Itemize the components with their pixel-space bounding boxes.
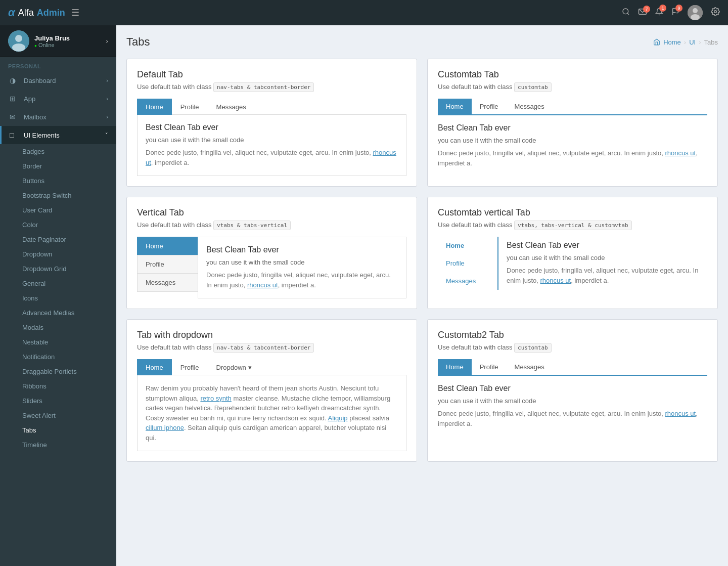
sidebar-sub-advanced-medias[interactable]: Advanced Medias (0, 306, 116, 320)
sidebar-sub-dropdown-grid[interactable]: Dropdown Grid (0, 262, 116, 276)
customtab2-messages-btn[interactable]: Messages (507, 359, 553, 375)
ui-elements-icon: □ (10, 131, 20, 139)
tab-dropdown-class-badge: nav-tabs & tabcontent-border (213, 343, 314, 353)
dropdown-link-retro[interactable]: retro synth (200, 395, 231, 402)
sidebar-sub-icons[interactable]: Icons (0, 291, 116, 306)
main-container: Juliya Brus ● Online › PERSONAL ◑ Dashbo… (0, 25, 728, 566)
sidebar-sub-buttons[interactable]: Buttons (0, 173, 116, 188)
tab-home-btn[interactable]: Home (137, 99, 172, 115)
chevron-right-icon: › (106, 96, 108, 102)
sidebar-sub-draggable-portlets[interactable]: Draggable Portlets (0, 364, 116, 379)
customtab2-card: Customtab2 Tab Use default tab with clas… (427, 319, 718, 462)
customtab2-profile-btn[interactable]: Profile (472, 359, 507, 375)
sidebar-sub-nestable[interactable]: Nestable (0, 335, 116, 350)
customtab-messages-btn[interactable]: Messages (507, 99, 553, 114)
sidebar-sub-sliders[interactable]: Sliders (0, 394, 116, 408)
dropdown-link-aliquip[interactable]: Aliquip (328, 414, 348, 422)
vtab-home-btn[interactable]: Home (137, 237, 198, 255)
sidebar-item-mailbox[interactable]: ✉ Mailbox › (0, 108, 116, 126)
breadcrumb-ui[interactable]: UI (689, 38, 696, 46)
brand-alpha: α (8, 6, 15, 19)
envelope-icon[interactable]: 7 (638, 8, 647, 17)
cvtab-home-btn[interactable]: Home (438, 237, 497, 254)
tab-dropdown-nav: Home Profile Dropdown ▾ (137, 359, 406, 375)
sidebar-sub-border[interactable]: Border (0, 159, 116, 173)
customtab2-content: Best Clean Tab ever you can use it with … (438, 376, 707, 437)
tab-dropdown-subtitle: Use default tab with class nav-tabs & ta… (137, 343, 406, 351)
customtab2-content-link[interactable]: rhoncus ut (665, 410, 696, 417)
sidebar-sub-tabs[interactable]: Tabs (0, 423, 116, 438)
tab-dropdown-content-text: Raw denim you probably haven't heard of … (146, 383, 398, 443)
user-panel[interactable]: Juliya Brus ● Online › (0, 25, 116, 57)
customtab-content-title: Best Clean Tab ever (438, 123, 707, 133)
cvtab-profile-btn[interactable]: Profile (438, 254, 497, 272)
customtab-profile-btn[interactable]: Profile (472, 99, 507, 114)
user-avatar[interactable] (688, 5, 703, 20)
settings-icon[interactable] (711, 7, 720, 19)
vtab-content-text: Donec pede justo, fringilla vel, aliquet… (206, 270, 398, 290)
sidebar-sub-dropdown[interactable]: Dropdown (0, 247, 116, 262)
customtab-home-btn[interactable]: Home (438, 99, 472, 114)
tab-dropdown-dropdown-btn[interactable]: Dropdown ▾ (208, 359, 260, 375)
user-panel-info: Juliya Brus ● Online (34, 34, 101, 48)
vtab-content-subtitle: you can use it with the small code (206, 258, 398, 266)
sidebar-sub-bootstrap-switch[interactable]: Bootstrap Switch (0, 188, 116, 203)
dropdown-link-cillum[interactable]: cillum iphone (146, 424, 184, 431)
sidebar-sub-sweet-alert[interactable]: Sweet Alert (0, 408, 116, 423)
vtab-messages-btn[interactable]: Messages (137, 273, 198, 292)
content-link-rhoncus[interactable]: rhoncus ut (146, 149, 396, 166)
sidebar-item-app[interactable]: ⊞ App › (0, 90, 116, 108)
breadcrumb-home[interactable]: Home (663, 38, 681, 46)
customtab-content: Best Clean Tab ever you can use it with … (438, 115, 707, 176)
vtab-content-title: Best Clean Tab ever (206, 245, 398, 254)
sidebar-sub-color[interactable]: Color (0, 217, 116, 232)
sidebar-item-ui-elements[interactable]: □ UI Elements ˅ (0, 126, 116, 144)
sidebar-sub-user-card[interactable]: User Card (0, 203, 116, 217)
envelope-badge: 7 (643, 6, 650, 13)
chevron-down-icon: ˅ (105, 132, 108, 139)
default-tab-nav: Home Profile Messages (137, 99, 406, 115)
sidebar-item-label: Mailbox (24, 113, 47, 121)
sidebar-sub-badges[interactable]: Badges (0, 144, 116, 159)
bell-icon[interactable]: 1 (655, 7, 663, 18)
tab-dropdown-home-btn[interactable]: Home (137, 359, 172, 375)
cvtab-content: Best Clean Tab ever you can use it with … (498, 237, 707, 290)
cvtab-nav: Home Profile Messages (438, 237, 498, 290)
search-icon[interactable] (622, 8, 630, 18)
cvtab-container: Home Profile Messages Best Clean Tab eve… (438, 237, 707, 290)
sidebar-sub-ribbons[interactable]: Ribbons (0, 379, 116, 394)
svg-point-10 (12, 43, 25, 52)
sidebar-sub-timeline[interactable]: Timeline (0, 438, 116, 452)
tab-profile-btn[interactable]: Profile (172, 99, 208, 115)
page-header: Tabs Home › UI › Tabs (126, 35, 718, 49)
user-panel-chevron[interactable]: › (106, 37, 108, 45)
customtab2-title: Customtab2 Tab (438, 330, 707, 340)
cvtab-content-text: Donec pede justo, fringilla vel, aliquet… (507, 266, 699, 285)
customtab-content-text: Donec pede justo, fringilla vel, aliquet… (438, 148, 707, 168)
breadcrumb-current: Tabs (704, 38, 718, 46)
vtab-profile-btn[interactable]: Profile (137, 255, 198, 274)
customtab-vertical-title: Customtab vertical Tab (438, 207, 707, 218)
vertical-tab-class-badge: vtabs & tabs-vertical (213, 221, 291, 230)
sidebar-sub-notification[interactable]: Notification (0, 350, 116, 364)
tab-dropdown-profile-btn[interactable]: Profile (172, 359, 208, 375)
customtab-card: Customtab Tab Use default tab with class… (427, 59, 718, 187)
sidebar-sub-date-paginator[interactable]: Date Paginator (0, 232, 116, 247)
dashboard-icon: ◑ (10, 76, 20, 84)
customtab-content-link[interactable]: rhoncus ut (665, 149, 696, 157)
cvtab-content-link[interactable]: rhoncus ut (540, 277, 571, 284)
customtab-vertical-subtitle: Use default tab with class vtabs, tabs-v… (438, 221, 707, 229)
cvtab-messages-btn[interactable]: Messages (438, 272, 497, 290)
flag-icon[interactable]: 9 (671, 7, 679, 18)
vtab-content: Best Clean Tab ever you can use it with … (198, 237, 406, 298)
sidebar-item-dashboard[interactable]: ◑ Dashboard › (0, 71, 116, 90)
sidebar-item-label: UI Elements (24, 132, 60, 139)
sidebar-sub-general[interactable]: General (0, 276, 116, 291)
hamburger-button[interactable]: ☰ (71, 7, 79, 18)
customtab-subtitle: Use default tab with class customtab (438, 83, 707, 91)
tab-messages-btn[interactable]: Messages (208, 99, 255, 115)
vertical-tab-subtitle: Use default tab with class vtabs & tabs-… (137, 221, 406, 229)
vtab-content-link[interactable]: rhoncus ut (247, 281, 278, 289)
customtab2-home-btn[interactable]: Home (438, 359, 472, 375)
sidebar-sub-modals[interactable]: Modals (0, 320, 116, 335)
